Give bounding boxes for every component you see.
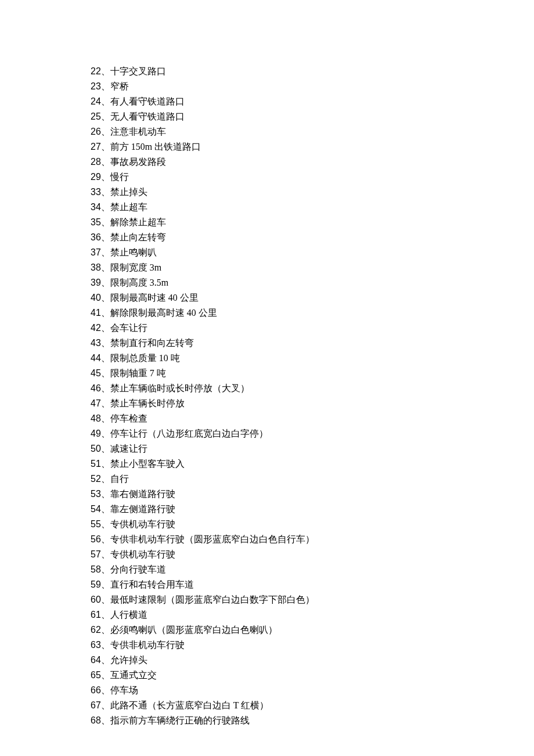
item-separator: 、 — [101, 459, 110, 469]
item-separator: 、 — [101, 444, 110, 453]
item-text: 互通式立交 — [110, 670, 157, 680]
item-text: 前方 150m 出铁道路口 — [110, 142, 201, 152]
list-item: 55、专供机动车行驶 — [91, 517, 534, 532]
item-separator: 、 — [101, 262, 110, 272]
item-separator: 、 — [101, 564, 110, 574]
item-separator: 、 — [101, 504, 110, 514]
item-separator: 、 — [101, 383, 110, 393]
list-item: 64、允许掉头 — [91, 653, 534, 668]
item-number: 33 — [91, 187, 101, 197]
item-text: 解除限制最高时速 40 公里 — [110, 308, 217, 318]
list-item: 40、限制最高时速 40 公里 — [91, 290, 534, 305]
item-number: 45 — [91, 368, 101, 378]
item-separator: 、 — [101, 534, 110, 544]
item-text: 减速让行 — [110, 444, 147, 453]
list-item: 38、限制宽度 3m — [91, 260, 534, 275]
list-item: 34、禁止超车 — [91, 200, 534, 215]
item-text: 禁止向左转弯 — [110, 232, 166, 242]
list-item: 52、自行 — [91, 471, 534, 487]
item-number: 42 — [91, 323, 101, 333]
list-item: 42、会车让行 — [91, 321, 534, 336]
item-separator: 、 — [101, 579, 110, 589]
list-item: 46、禁止车辆临时或长时停放（大叉） — [91, 381, 534, 396]
item-separator: 、 — [101, 172, 110, 182]
item-text: 事故易发路段 — [110, 157, 166, 167]
list-item: 53、靠右侧道路行驶 — [91, 487, 534, 502]
item-number: 43 — [91, 338, 101, 348]
item-number: 41 — [91, 308, 101, 318]
item-text: 十字交叉路口 — [110, 66, 166, 76]
item-number: 55 — [91, 519, 101, 529]
item-text: 无人看守铁道路口 — [110, 111, 185, 121]
list-item: 25、无人看守铁道路口 — [91, 109, 534, 124]
document-page: 22、十字交叉路口23、窄桥24、有人看守铁道路口25、无人看守铁道路口26、注… — [0, 0, 534, 728]
list-item: 61、人行横道 — [91, 607, 534, 622]
item-separator: 、 — [101, 202, 110, 212]
item-text: 专供机动车行驶 — [110, 549, 175, 559]
item-number: 36 — [91, 232, 101, 242]
item-separator: 、 — [101, 293, 110, 303]
item-number: 27 — [91, 142, 101, 152]
list-item: 47、禁止车辆长时停放 — [91, 396, 534, 411]
item-number: 53 — [91, 489, 101, 499]
item-number: 67 — [91, 700, 101, 710]
item-number: 51 — [91, 459, 101, 469]
item-number: 24 — [91, 96, 101, 106]
item-text: 限制总质量 10 吨 — [110, 353, 180, 363]
item-number: 62 — [91, 625, 101, 635]
list-item: 63、专供非机动车行驶 — [91, 638, 534, 653]
list-item: 54、靠左侧道路行驶 — [91, 502, 534, 517]
item-text: 允许掉头 — [110, 655, 147, 665]
item-number: 34 — [91, 202, 101, 212]
item-separator: 、 — [101, 700, 110, 710]
item-text: 限制最高时速 40 公里 — [110, 293, 199, 303]
item-text: 停车场 — [110, 685, 138, 695]
item-separator: 、 — [101, 81, 110, 91]
item-separator: 、 — [101, 187, 110, 197]
item-number: 52 — [91, 474, 101, 484]
item-separator: 、 — [101, 368, 110, 378]
list-item: 41、解除限制最高时速 40 公里 — [91, 305, 534, 321]
list-item: 59、直行和右转合用车道 — [91, 577, 534, 592]
list-item: 65、互通式立交 — [91, 668, 534, 683]
item-text: 禁制直行和向左转弯 — [110, 338, 194, 348]
list-item: 67、此路不通（长方蓝底窄白边白 T 红横） — [91, 698, 534, 713]
item-separator: 、 — [101, 670, 110, 680]
item-separator: 、 — [101, 127, 110, 136]
item-separator: 、 — [101, 278, 110, 287]
item-text: 禁止小型客车驶入 — [110, 459, 185, 469]
item-number: 61 — [91, 610, 101, 620]
item-separator: 、 — [101, 247, 110, 257]
item-text: 必须鸣喇叭（圆形蓝底窄白边白色喇叭） — [110, 625, 277, 635]
item-separator: 、 — [101, 549, 110, 559]
item-separator: 、 — [101, 474, 110, 484]
item-number: 29 — [91, 172, 101, 182]
list-item: 50、减速让行 — [91, 441, 534, 456]
item-text: 停车让行（八边形红底宽白边白字停） — [110, 429, 268, 438]
item-number: 23 — [91, 81, 101, 91]
item-text: 专供非机动车行驶 — [110, 640, 185, 650]
item-separator: 、 — [101, 308, 110, 318]
list-item: 68、指示前方车辆绕行正确的行驶路线 — [91, 713, 534, 728]
item-separator: 、 — [101, 655, 110, 665]
list-item: 56、专供非机动车行驶（圆形蓝底窄白边白色自行车） — [91, 532, 534, 547]
item-separator: 、 — [101, 413, 110, 423]
item-number: 44 — [91, 353, 101, 363]
item-number: 26 — [91, 127, 101, 136]
item-text: 限制高度 3.5m — [110, 278, 168, 287]
list-item: 66、停车场 — [91, 683, 534, 698]
item-number: 60 — [91, 595, 101, 604]
item-text: 人行横道 — [110, 610, 147, 620]
item-separator: 、 — [101, 66, 110, 76]
list-item: 37、禁止鸣喇叭 — [91, 245, 534, 260]
item-number: 37 — [91, 247, 101, 257]
item-number: 54 — [91, 504, 101, 514]
item-separator: 、 — [101, 217, 110, 227]
item-text: 分向行驶车道 — [110, 564, 166, 574]
item-separator: 、 — [101, 323, 110, 333]
item-number: 47 — [91, 398, 101, 408]
list-item: 57、专供机动车行驶 — [91, 547, 534, 562]
item-text: 禁止鸣喇叭 — [110, 247, 157, 257]
list-item: 28、事故易发路段 — [91, 154, 534, 170]
item-text: 直行和右转合用车道 — [110, 579, 194, 589]
